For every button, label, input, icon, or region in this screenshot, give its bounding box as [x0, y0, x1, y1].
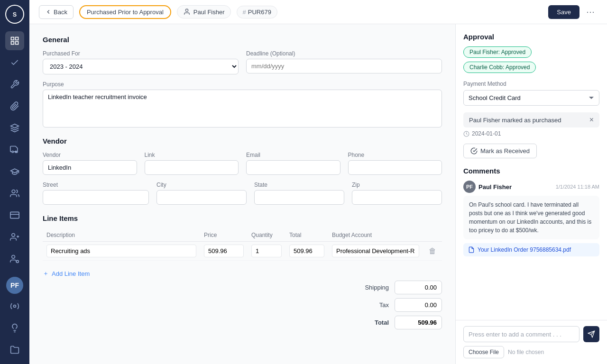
sidebar-item-car[interactable]	[5, 140, 24, 159]
back-button[interactable]: Back	[39, 5, 74, 19]
approval-title: Approval	[463, 33, 599, 41]
col-price: Price	[200, 229, 248, 242]
sidebar-item-wrench[interactable]	[5, 75, 24, 94]
comment-header: PF Paul Fisher 1/1/2024 11:18 AM	[463, 181, 599, 193]
email-input[interactable]	[246, 160, 340, 175]
comment-submit-button[interactable]	[583, 326, 599, 342]
link-label: Link	[145, 152, 239, 158]
sidebar-settings-icon[interactable]	[5, 297, 24, 316]
total-input[interactable]	[395, 316, 442, 329]
status-badge: Purchased Prior to Approval	[79, 5, 171, 19]
plus-icon: ＋	[43, 269, 49, 278]
line-budget-input[interactable]	[332, 245, 419, 257]
purpose-row: Purpose	[43, 81, 442, 127]
shipping-row: Shipping	[43, 281, 442, 294]
sidebar-item-graduation[interactable]	[5, 162, 24, 181]
sidebar-item-grid[interactable]	[5, 31, 24, 50]
choose-file-button[interactable]: Choose File	[463, 346, 504, 358]
vendor-input[interactable]	[43, 160, 137, 175]
form-area: General Purchased For 2023 - 2024 Deadli…	[29, 24, 455, 364]
link-input[interactable]	[145, 160, 239, 175]
file-input-row: Choose File No file chosen	[463, 346, 599, 358]
svg-point-7	[12, 190, 15, 193]
purpose-input[interactable]	[43, 90, 442, 127]
col-budget: Budget Account	[328, 229, 423, 242]
svg-point-13	[12, 255, 15, 259]
approval-badge-1: Charlie Cobb: Approved	[463, 62, 536, 73]
choose-file-label: Choose File	[469, 349, 499, 355]
deadline-input[interactable]	[246, 59, 442, 73]
vendor-label: Vendor	[43, 152, 137, 158]
svg-point-15	[14, 305, 16, 308]
line-quantity-input[interactable]	[251, 245, 282, 257]
sidebar: S PF	[0, 0, 29, 364]
state-input[interactable]	[254, 190, 344, 205]
vendor-section: Vendor	[43, 137, 442, 145]
app-logo[interactable]: S	[5, 5, 24, 24]
vendor-section-title: Vendor	[43, 137, 442, 145]
main-container: Back Purchased Prior to Approval Paul Fi…	[29, 0, 607, 364]
right-panel: Approval Paul Fisher: Approved Charlie C…	[455, 24, 607, 364]
sidebar-item-people[interactable]	[5, 184, 24, 203]
line-description-input[interactable]	[46, 245, 196, 257]
purchase-time-text: 2024-01-01	[472, 130, 501, 137]
state-group: State	[254, 182, 344, 205]
payment-method-select[interactable]: School Credit Card Check Purchase Order	[463, 90, 599, 106]
purpose-label: Purpose	[43, 81, 442, 88]
zip-input[interactable]	[352, 190, 442, 205]
add-line-item-button[interactable]: ＋ Add Line Item	[43, 266, 90, 281]
city-label: City	[156, 182, 247, 188]
svg-rect-8	[10, 212, 19, 218]
purchased-for-label: Purchased For	[43, 50, 239, 57]
more-options-button[interactable]: ⋯	[583, 5, 598, 19]
sidebar-lightbulb-icon[interactable]	[5, 318, 24, 337]
vendor-row-1: Vendor Link Email Phone	[43, 152, 442, 175]
mark-received-label: Mark as Received	[480, 147, 530, 155]
attachment-name: Your LinkedIn Order 9756885634.pdf	[478, 246, 571, 253]
topbar: Back Purchased Prior to Approval Paul Fi…	[29, 0, 607, 24]
sidebar-item-check[interactable]	[5, 53, 24, 72]
delete-line-button[interactable]: 🗑	[427, 245, 438, 257]
city-input[interactable]	[156, 190, 247, 205]
svg-rect-5	[16, 42, 18, 45]
save-button[interactable]: Save	[548, 5, 579, 19]
back-label: Back	[54, 9, 67, 16]
comment-avatar: PF	[463, 181, 476, 193]
sidebar-item-person-settings[interactable]	[5, 249, 24, 268]
user-label: Paul Fisher	[193, 9, 225, 16]
payment-method-label: Payment Method	[463, 81, 599, 87]
svg-text:S: S	[13, 11, 17, 18]
tax-label: Tax	[379, 301, 389, 309]
approval-badges: Paul Fisher: Approved Charlie Cobb: Appr…	[463, 46, 599, 73]
purchased-for-select[interactable]: 2023 - 2024	[43, 59, 239, 74]
purchased-tag-close-button[interactable]: ×	[589, 116, 594, 124]
sidebar-folder-icon[interactable]	[5, 340, 24, 359]
comment-input[interactable]	[463, 326, 579, 342]
street-input[interactable]	[43, 190, 149, 205]
line-total-input[interactable]	[289, 245, 324, 257]
deadline-label: Deadline (Optional)	[246, 50, 442, 57]
svg-marker-6	[11, 124, 19, 128]
comment-author-name: Paul Fisher	[478, 183, 512, 191]
add-line-label: Add Line Item	[52, 270, 90, 277]
tax-input[interactable]	[395, 298, 442, 312]
comments-title: Comments	[463, 167, 599, 175]
id-label: PUR679	[248, 9, 271, 16]
svg-point-10	[12, 234, 15, 237]
sidebar-item-layers[interactable]	[5, 118, 24, 137]
shipping-input[interactable]	[395, 281, 442, 294]
attachment-link[interactable]: Your LinkedIn Order 9756885634.pdf	[463, 243, 599, 256]
phone-input[interactable]	[348, 160, 442, 175]
sidebar-item-paperclip[interactable]	[5, 97, 24, 116]
mark-received-button[interactable]: Mark as Received	[463, 144, 537, 158]
sidebar-item-chart[interactable]	[5, 206, 24, 225]
id-badge: # PUR679	[237, 6, 277, 18]
sidebar-item-person-add[interactable]	[5, 228, 24, 246]
svg-rect-4	[11, 42, 14, 45]
link-group: Link	[145, 152, 239, 175]
svg-rect-2	[11, 37, 14, 40]
user-avatar[interactable]: PF	[6, 277, 23, 294]
general-section-title: General	[43, 36, 442, 44]
approval-badge-0: Paul Fisher: Approved	[463, 46, 532, 58]
line-price-input[interactable]	[204, 245, 244, 257]
